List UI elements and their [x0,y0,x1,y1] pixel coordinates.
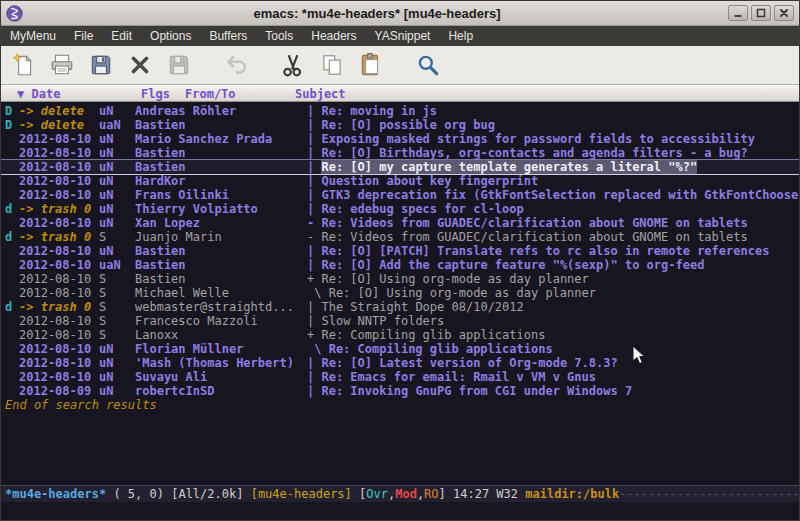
save-buffer-icon[interactable] [87,51,115,79]
emacs-window: emacs: *mu4e-headers* [mu4e-headers] MyM… [0,0,800,521]
message-subject: Re: [O] Latest version of Org-mode 7.8.3… [321,356,617,370]
maximize-button[interactable] [751,5,771,21]
mark-prefix: D [5,104,19,118]
message-row[interactable]: 2012-08-10uNBastien| Re: [O] Birthdays, … [1,146,799,160]
close-button[interactable] [774,5,794,21]
menu-item-edit[interactable]: Edit [102,26,141,46]
message-row[interactable]: 2012-08-10uNHardKor| Question about key … [1,174,799,188]
message-row[interactable]: 2012-08-10uNXan Lopez- Re: Videos from G… [1,216,799,230]
message-row[interactable]: 2012-08-10uN'Mash (Thomas Herbert)| Re: … [1,356,799,370]
modeline-modified-flag: Mod [395,487,417,501]
message-date: 2012-08-10 [19,244,99,258]
message-row[interactable]: 2012-08-10uNFrans Oilinki| GTK3 deprecat… [1,188,799,202]
message-date: 2012-08-09 [19,384,99,398]
message-from: Florian Müllner [135,342,307,356]
message-from: Bastien [135,272,307,286]
message-row[interactable]: 2012-08-10uNFlorian Müllner\ Re: Compili… [1,342,799,356]
message-flags: uN [99,244,135,258]
echo-area[interactable] [1,502,799,520]
thread-separator-icon: | [307,300,314,314]
message-row[interactable]: 2012-08-09uNrobertcInSD| Re: Invoking Gn… [1,384,799,398]
message-row[interactable]: d-> trash 0SJuanjo Marin- Re: Videos fro… [1,230,799,244]
message-date: 2012-08-10 [19,286,99,300]
message-flags: uN [99,160,135,174]
modeline-status-open: [ [352,487,366,501]
modeline-filler: ----------------------------------------… [619,487,799,501]
menu-item-file[interactable]: File [65,26,102,46]
message-row[interactable]: 2012-08-10SBastien+ Re: [O] Using org-mo… [1,272,799,286]
mark-prefix: d [5,300,19,314]
message-row[interactable]: 2012-08-10uNMario Sanchez Prada| Exposin… [1,132,799,146]
message-subject: Re: [O] Birthdays, org-contacts and agen… [321,146,747,160]
modeline-readonly-flag: RO [424,487,438,501]
modeline-buffer-name[interactable]: *mu4e-headers* [5,487,106,501]
menu-item-options[interactable]: Options [141,26,200,46]
thread-separator-icon: | [307,174,314,188]
message-row[interactable]: 2012-08-10uNBastien| Re: [O] [PATCH] Tra… [1,244,799,258]
message-date: 2012-08-10 [19,314,99,328]
minimize-button[interactable] [728,5,748,21]
menu-item-mymenu[interactable]: MyMenu [1,26,65,46]
message-row[interactable]: 2012-08-10uNSuvayu Ali| Re: Emacs for em… [1,370,799,384]
modeline-major-mode[interactable]: [mu4e-headers] [251,487,352,501]
message-row[interactable]: 2012-08-10SMichael Welle\ Re: [O] Using … [1,286,799,300]
open-file-icon[interactable] [48,51,76,79]
copy-icon[interactable] [318,51,346,79]
message-flags: uN [99,174,135,188]
message-subject: Re: Videos from GUADEC/clarification abo… [321,230,747,244]
message-row[interactable]: 2012-08-10uaNBastien| Re: [O] Add the ca… [1,258,799,272]
message-row[interactable]: 2012-08-10SLanoxx+ Re: Compiling glib ap… [1,328,799,342]
thread-separator-icon: | [307,314,314,328]
message-flags: uN [99,342,135,356]
message-row[interactable]: 2012-08-10SFrancesco Mazzoli| Slow NNTP … [1,314,799,328]
thread-separator-icon: | [307,118,314,132]
message-row[interactable]: d-> trash 0Swebmaster@straightd...| The … [1,300,799,314]
menu-item-help[interactable]: Help [439,26,482,46]
message-subject: Re: [O] my capture template generates a … [321,160,697,174]
menu-item-yasnippet[interactable]: YASnippet [366,26,440,46]
message-row[interactable]: 2012-08-10uNBastien| Re: [O] my capture … [1,160,799,174]
titlebar[interactable]: emacs: *mu4e-headers* [mu4e-headers] [1,1,799,26]
message-flags: S [99,230,135,244]
column-header-date[interactable]: ▼ Date [17,87,60,101]
message-date: 2012-08-10 [19,370,99,384]
column-header-flags[interactable]: Flgs [141,87,170,101]
message-row[interactable]: D-> deleteuNAndreas Röhler| Re: moving i… [1,104,799,118]
kill-buffer-icon[interactable] [126,51,154,79]
menu-item-headers[interactable]: Headers [302,26,365,46]
message-flags: S [99,286,135,300]
menu-item-buffers[interactable]: Buffers [200,26,256,46]
thread-separator-icon: | [307,356,314,370]
message-subject: Re: Videos from GUADEC/clarification abo… [321,216,747,230]
mark-target: -> trash 0 [19,300,99,314]
message-from: Bastien [135,244,307,258]
message-subject: Re: moving in js [321,104,437,118]
window-title: emacs: *mu4e-headers* [mu4e-headers] [29,6,725,21]
message-from: Andreas Röhler [135,104,307,118]
message-flags: uN [99,216,135,230]
message-row[interactable]: d-> trash 0uNThierry Volpiatto| Re: edeb… [1,202,799,216]
buffer: D-> deleteuNAndreas Röhler| Re: moving i… [1,102,799,485]
message-subject: Re: [O] possible org bug [321,118,494,132]
message-flags: uN [99,132,135,146]
thread-separator-icon: - [307,230,314,244]
search-icon[interactable] [414,51,442,79]
message-from: Lanoxx [135,328,307,342]
paste-icon[interactable] [357,51,385,79]
menu-item-tools[interactable]: Tools [256,26,302,46]
message-from: Mario Sanchez Prada [135,132,307,146]
column-header-from[interactable]: From/To [185,87,236,101]
thread-separator-icon: \ [314,342,321,356]
message-date: 2012-08-10 [19,160,99,174]
thread-separator-icon: | [307,258,314,272]
cut-icon[interactable] [279,51,307,79]
message-subject: Re: [O] [PATCH] Translate refs to rc als… [321,244,769,258]
message-from: Bastien [135,160,307,174]
message-flags: uN [99,146,135,160]
column-header-subject[interactable]: Subject [295,87,346,101]
new-file-icon[interactable] [9,51,37,79]
message-row[interactable]: D-> deleteuaNBastien| Re: [O] possible o… [1,118,799,132]
undo-icon [222,51,250,79]
message-from: Suvayu Ali [135,370,307,384]
message-subject: Re: Compiling glib applications [329,342,553,356]
